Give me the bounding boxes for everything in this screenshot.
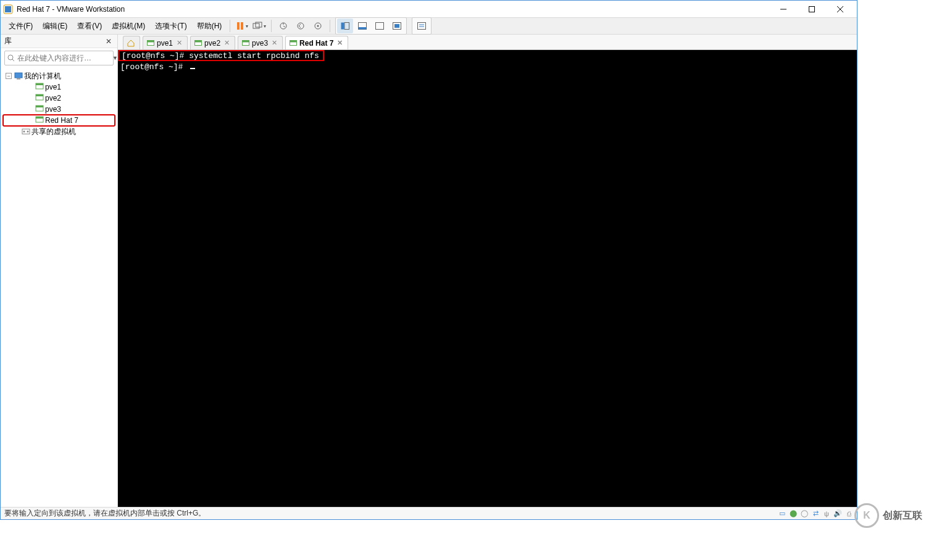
menu-help[interactable]: 帮助(H)	[193, 19, 227, 34]
tab-pve1[interactable]: pve1 ✕	[143, 36, 188, 49]
show-console-button[interactable]	[414, 19, 430, 33]
pause-button[interactable]: ▾	[234, 19, 250, 33]
svg-rect-46	[290, 40, 297, 42]
tab-pve3[interactable]: pve3 ✕	[238, 36, 283, 49]
cd-status-icon[interactable]: ◯	[800, 509, 809, 518]
body: 库 ✕ ▼ − 我的计算机 pve1 p	[1, 35, 857, 507]
tab-close-icon[interactable]: ✕	[177, 39, 182, 47]
svg-line-25	[12, 59, 14, 61]
collapse-icon[interactable]: −	[6, 73, 12, 79]
snapshot-manager-button[interactable]	[310, 19, 326, 33]
minimize-button[interactable]	[769, 1, 798, 18]
tab-strip: pve1 ✕ pve2 ✕ pve3 ✕ Red Hat 7 ✕	[118, 35, 857, 50]
library-sidebar: 库 ✕ ▼ − 我的计算机 pve1 p	[1, 35, 118, 507]
tab-pve2[interactable]: pve2 ✕	[190, 36, 235, 49]
status-device-icons: ▭ ⬤ ◯ ⇄ ψ 🔊 ⎙	[778, 509, 853, 518]
tab-close-icon[interactable]: ✕	[224, 39, 230, 47]
menu-bar: 文件(F) 编辑(E) 查看(V) 虚拟机(M) 选项卡(T) 帮助(H) ▾ …	[1, 18, 857, 35]
printer-status-icon[interactable]: ⎙	[845, 509, 853, 518]
svg-rect-17	[359, 27, 367, 30]
devices-button[interactable]: ▾	[251, 19, 267, 33]
window-controls	[769, 1, 854, 18]
menu-edit[interactable]: 编辑(E)	[38, 19, 72, 34]
separator	[271, 20, 272, 32]
snapshot-button[interactable]	[275, 19, 291, 33]
shared-icon	[22, 128, 30, 135]
tree-shared-vms[interactable]: 共享的虚拟机	[3, 126, 115, 137]
terminal-line: [root@nfs ~]#	[120, 62, 195, 72]
usb-status-icon[interactable]: ψ	[822, 509, 831, 518]
unity-button[interactable]	[389, 19, 405, 33]
vm-icon	[35, 94, 44, 102]
network-status-icon[interactable]: ⇄	[811, 509, 820, 518]
svg-rect-8	[253, 23, 259, 28]
disk-status-icon[interactable]: ⬤	[789, 509, 798, 518]
vm-icon	[35, 83, 44, 91]
tree-item-pve1[interactable]: pve1	[3, 81, 115, 93]
svg-rect-9	[256, 22, 262, 27]
svg-rect-14	[341, 23, 344, 30]
tab-label: pve3	[252, 39, 268, 48]
window-title: Red Hat 7 - VMware Workstation	[17, 5, 769, 14]
tree-item-pve2[interactable]: pve2	[3, 93, 115, 104]
main-area: pve1 ✕ pve2 ✕ pve3 ✕ Red Hat 7 ✕	[118, 35, 857, 507]
thumbnail-view-button[interactable]	[337, 19, 353, 33]
terminal-prompt: [root@nfs ~]#	[120, 62, 188, 72]
vm-icon	[35, 116, 44, 125]
monitor-status-icon[interactable]: ▭	[778, 509, 786, 518]
sidebar-close-icon[interactable]: ✕	[104, 37, 114, 46]
separator	[330, 20, 330, 32]
watermark-logo: K 创新互联	[854, 503, 922, 528]
svg-point-13	[317, 25, 319, 27]
single-view-button[interactable]	[354, 19, 370, 33]
vm-icon	[290, 40, 297, 46]
menu-file[interactable]: 文件(F)	[4, 19, 37, 34]
vm-icon	[147, 40, 154, 46]
status-text: 要将输入定向到该虚拟机，请在虚拟机内部单击或按 Ctrl+G。	[4, 508, 206, 519]
tab-label: pve2	[204, 39, 220, 48]
sidebar-title: 库	[4, 36, 104, 46]
tab-home[interactable]	[123, 36, 140, 49]
svg-rect-29	[36, 83, 43, 85]
svg-rect-20	[394, 24, 399, 28]
tab-label: pve1	[157, 39, 173, 48]
console-view-group	[412, 17, 432, 35]
menu-vm[interactable]: 虚拟机(M)	[107, 19, 149, 34]
svg-point-11	[298, 23, 304, 29]
sound-status-icon[interactable]: 🔊	[833, 509, 842, 518]
tab-close-icon[interactable]: ✕	[272, 39, 277, 47]
library-tree: − 我的计算机 pve1 pve2 pve3	[1, 68, 117, 507]
svg-rect-44	[243, 40, 249, 42]
svg-rect-33	[36, 106, 43, 107]
svg-rect-7	[241, 22, 243, 30]
revert-snapshot-button[interactable]	[293, 19, 309, 33]
tree-root-my-computer[interactable]: − 我的计算机	[3, 70, 115, 81]
tree-item-label: Red Hat 7	[45, 116, 78, 125]
svg-rect-6	[237, 22, 240, 30]
svg-rect-18	[376, 23, 384, 30]
watermark-text: 创新互联	[883, 509, 922, 522]
tab-redhat7[interactable]: Red Hat 7 ✕	[285, 36, 348, 49]
svg-rect-3	[809, 6, 815, 12]
close-button[interactable]	[826, 1, 854, 18]
search-dropdown-icon[interactable]: ▼	[112, 55, 118, 61]
status-bar: 要将输入定向到该虚拟机，请在虚拟机内部单击或按 Ctrl+G。 ▭ ⬤ ◯ ⇄ …	[1, 507, 857, 519]
separator	[230, 20, 230, 32]
tree-item-redhat7[interactable]: Red Hat 7	[3, 115, 115, 126]
library-search[interactable]: ▼	[4, 51, 114, 65]
menu-view[interactable]: 查看(V)	[73, 19, 106, 34]
menu-tabs[interactable]: 选项卡(T)	[151, 19, 191, 34]
maximize-button[interactable]	[798, 1, 826, 18]
tree-root-label: 我的计算机	[24, 71, 61, 81]
vm-console[interactable]: [root@nfs ~]# systemctl start rpcbind nf…	[118, 50, 857, 507]
fullscreen-button[interactable]	[372, 19, 388, 33]
tree-item-label: pve3	[45, 105, 61, 114]
svg-rect-35	[36, 117, 43, 119]
tab-close-icon[interactable]: ✕	[337, 39, 343, 47]
svg-rect-40	[148, 40, 154, 42]
svg-rect-21	[418, 23, 426, 30]
tree-item-pve3[interactable]: pve3	[3, 104, 115, 115]
svg-point-24	[8, 55, 13, 60]
search-input[interactable]	[17, 54, 110, 62]
svg-rect-1	[5, 6, 11, 12]
